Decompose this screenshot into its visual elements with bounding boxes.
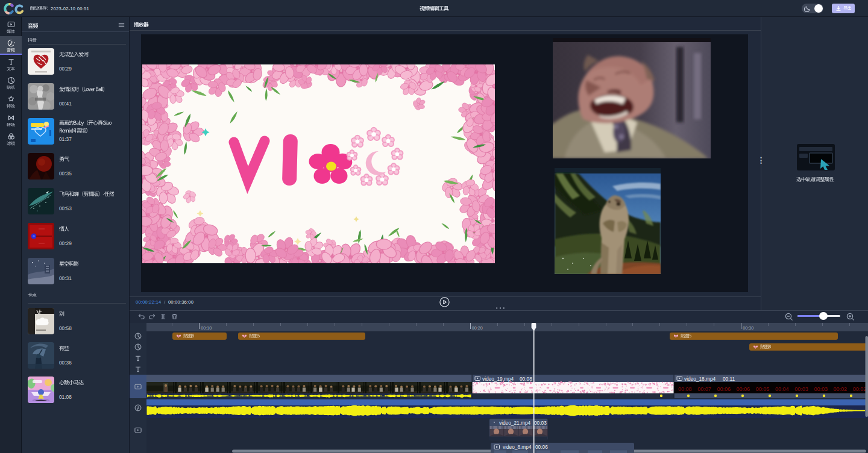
svg-text:video_8.mp4: video_8.mp4 xyxy=(503,444,532,450)
svg-text:video_19.mp4: video_19.mp4 xyxy=(482,376,514,382)
svg-text:00:06: 00:06 xyxy=(535,444,548,450)
svg-text:00:11: 00:11 xyxy=(723,376,735,382)
svg-text:00:06: 00:06 xyxy=(717,386,731,392)
svg-text:00:08: 00:08 xyxy=(678,386,692,392)
svg-text:00:04: 00:04 xyxy=(775,386,789,392)
svg-text:00:02: 00:02 xyxy=(834,386,848,392)
svg-text:video_18.mp4: video_18.mp4 xyxy=(684,376,716,382)
svg-text:00:08: 00:08 xyxy=(520,376,532,382)
svg-text:00:03: 00:03 xyxy=(534,420,547,426)
svg-text:video_21.mp4: video_21.mp4 xyxy=(499,420,531,426)
svg-text:00:05: 00:05 xyxy=(756,386,770,392)
svg-text:00:07: 00:07 xyxy=(697,386,711,392)
svg-text:00:03: 00:03 xyxy=(814,386,828,392)
svg-text:00:02: 00:02 xyxy=(853,386,867,392)
svg-text:00:06: 00:06 xyxy=(737,386,750,392)
svg-text:00:03: 00:03 xyxy=(794,386,808,392)
